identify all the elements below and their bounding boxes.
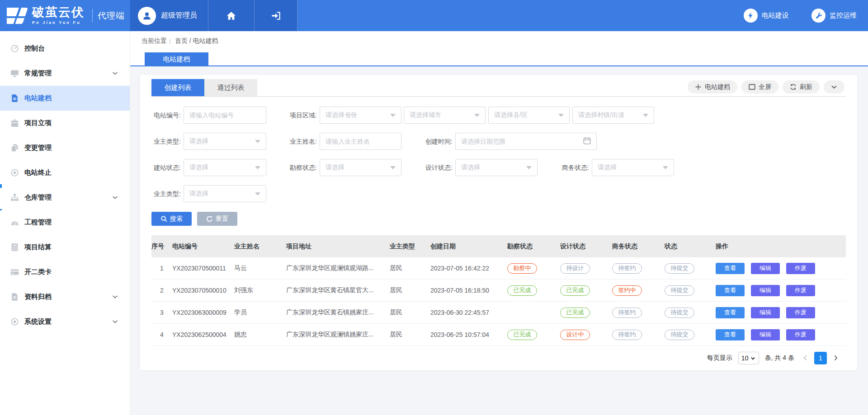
user-menu[interactable]: 超级管理员 <box>130 0 208 31</box>
page-size-select[interactable]: 10 <box>738 352 759 364</box>
brand-divider <box>92 9 93 23</box>
chevron-down-icon <box>112 70 118 76</box>
brand: 破茧云伏 Po Jian Yun Fu 代理端 <box>0 0 130 31</box>
table-body: 1 YX2023070500011 马云 广东深圳龙华区观澜镇观湖路... 居民… <box>151 257 846 346</box>
next-page-button[interactable] <box>833 354 839 362</box>
province-select-placeholder: 请选择省份 <box>326 111 387 119</box>
city-select[interactable]: 请选择城市 <box>404 107 486 124</box>
caret-down-icon <box>390 114 396 117</box>
cell-owner-type: 居民 <box>390 308 430 317</box>
sidebar-item-label: 电站建档 <box>24 94 52 103</box>
fullscreen-button-label: 全屏 <box>759 83 771 91</box>
filter-row-1: 电站编号: 项目区域: 请选择省份 请选择城市 请选择县/区 请选择村镇/街道 <box>140 107 857 124</box>
plus-icon <box>695 84 702 90</box>
add-station-archive-button[interactable]: 电站建档 <box>688 80 737 93</box>
row-action-button[interactable]: 作废 <box>786 285 815 296</box>
owner-name-input[interactable] <box>320 133 401 150</box>
cell-status: 待提交 <box>665 263 716 274</box>
row-action-button[interactable]: 作废 <box>786 263 815 274</box>
cell-status: 待提交 <box>665 308 716 318</box>
cell-owner-name: 马云 <box>234 264 286 272</box>
create-time-input-field[interactable] <box>461 138 583 145</box>
row-action-button[interactable]: 作废 <box>786 329 815 340</box>
create-time-range-picker[interactable] <box>455 133 597 150</box>
cell-business-status: 签约中 <box>612 285 665 296</box>
sidebar-item-project-settlement[interactable]: 项目结算 <box>0 235 130 260</box>
cell-index: 4 <box>151 331 172 338</box>
sidebar-item-project-initiation[interactable]: 项目立项 <box>0 111 130 135</box>
wrench-icon <box>811 9 826 23</box>
county-select[interactable]: 请选择县/区 <box>488 107 570 124</box>
row-action-button[interactable]: 查看 <box>716 307 745 318</box>
station-table: 序号电站编号业主姓名项目地址业主类型创建日期勘察状态设计状态商务状态状态操作 1… <box>151 235 846 346</box>
reset-button-label: 重置 <box>216 215 228 223</box>
design-status-select[interactable]: 请选择 <box>455 159 538 176</box>
sidebar-item-label: 系统设置 <box>24 317 52 326</box>
cell-create-date: 2023-07-05 16:18:50 <box>430 287 507 294</box>
station-code-input-field[interactable] <box>189 112 260 119</box>
row-action-button[interactable]: 编辑 <box>751 307 780 318</box>
sidebar-item-label: 常规管理 <box>24 69 52 78</box>
page-tab-station-archive[interactable]: 电站建档 <box>145 52 208 66</box>
refresh-button[interactable]: 刷新 <box>783 80 820 93</box>
row-action-button[interactable]: 编辑 <box>751 285 780 296</box>
user-name: 超级管理员 <box>161 11 197 20</box>
row-action-button[interactable]: 查看 <box>716 329 745 340</box>
tab-create-list[interactable]: 创建列表 <box>151 79 204 96</box>
row-action-button[interactable]: 编辑 <box>751 263 780 274</box>
province-select[interactable]: 请选择省份 <box>320 107 401 124</box>
brand-text: 破茧云伏 Po Jian Yun Fu <box>32 6 85 25</box>
cell-survey-status: 已完成 <box>507 285 560 296</box>
cell-station-code: YX2023070500010 <box>172 287 234 294</box>
tab-approved-list[interactable]: 通过列表 <box>204 79 257 96</box>
collapse-toolbar-button[interactable] <box>824 80 844 93</box>
content-card: 创建列表 通过列表 电站建档 全屏 刷新 电站编号: <box>140 75 857 370</box>
sidebar-item-data-archive[interactable]: 资料归档 <box>0 284 130 309</box>
nav-station-construction[interactable]: 电站建设 <box>744 9 789 23</box>
owner-type-select[interactable]: 请选择 <box>184 133 266 150</box>
prev-page-button[interactable] <box>802 354 808 362</box>
search-button[interactable]: 搜索 <box>151 212 192 226</box>
sidebar-item-station-archive[interactable]: 电站建档 <box>0 86 130 111</box>
filter-label-owner-type: 业主类型: <box>146 133 181 150</box>
row-action-button[interactable]: 编辑 <box>751 329 780 340</box>
row-action-button[interactable]: 作废 <box>786 307 815 318</box>
status-badge: 待提交 <box>665 308 694 318</box>
home-button[interactable] <box>208 0 254 31</box>
sidebar-item-change-mgmt[interactable]: 变更管理 <box>0 135 130 160</box>
village-select[interactable]: 请选择村镇/街道 <box>572 107 654 124</box>
cell-status: 待提交 <box>665 330 716 340</box>
refresh-icon <box>790 84 797 90</box>
row-action-button[interactable]: 查看 <box>716 285 745 296</box>
cell-design-status: 设计中 <box>560 330 612 340</box>
card-toolbar: 电站建档 全屏 刷新 <box>688 80 844 93</box>
add-button-label: 电站建档 <box>705 83 730 91</box>
sidebar-item-general-mgmt[interactable]: 常规管理 <box>0 61 130 86</box>
sidebar-item-open-card[interactable]: 开二类卡 <box>0 260 130 284</box>
sidebar-item-engineering-mgmt[interactable]: 工程管理 <box>0 210 130 235</box>
owner-name-input-field[interactable] <box>326 138 396 145</box>
sidebar-item-system-settings[interactable]: 系统设置 <box>0 309 130 334</box>
topbar-spacer <box>297 0 744 31</box>
gauge-icon <box>10 218 19 227</box>
caret-down-icon <box>526 166 532 169</box>
logout-button[interactable] <box>254 0 297 31</box>
cell-create-date: 2023-06-25 10:57:04 <box>430 331 507 338</box>
fullscreen-button[interactable]: 全屏 <box>741 80 778 93</box>
nav-monitor-ops[interactable]: 监控运维 <box>811 9 857 23</box>
owner-type-2-select[interactable]: 请选择 <box>184 185 266 202</box>
sidebar-item-console[interactable]: 控制台 <box>0 36 130 61</box>
build-status-select[interactable]: 请选择 <box>184 159 266 176</box>
station-code-input[interactable] <box>184 107 266 124</box>
row-action-button[interactable]: 查看 <box>716 263 745 274</box>
sidebar-item-label: 仓库管理 <box>24 193 52 202</box>
sidebar-item-warehouse-mgmt[interactable]: 仓库管理 <box>0 185 130 210</box>
survey-status-select[interactable]: 请选择 <box>320 159 401 176</box>
current-page-button[interactable]: 1 <box>814 352 827 364</box>
cell-index: 3 <box>151 309 172 316</box>
cell-business-status: 待签约 <box>612 263 665 274</box>
business-status-select[interactable]: 请选择 <box>592 159 674 176</box>
breadcrumb-path[interactable]: 首页 / 电站建档 <box>175 37 218 44</box>
sidebar-item-station-terminate[interactable]: 电站终止 <box>0 160 130 185</box>
reset-button[interactable]: 重置 <box>197 212 237 226</box>
